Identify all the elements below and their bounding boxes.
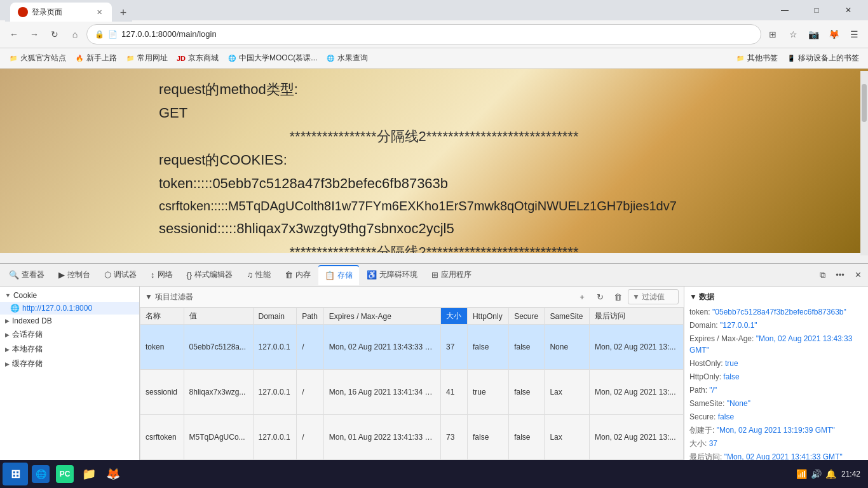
divider2: ****************分隔线2********************…	[159, 241, 709, 253]
indexeddb-header[interactable]: ▶ Indexed DB	[0, 315, 139, 327]
table-row[interactable]: csrftokenM5TqDAgUCo...127.0.0.1/Mon, 01 …	[140, 415, 684, 460]
bookmark-label: 新手上路	[86, 53, 117, 64]
taskbar-item-firefox[interactable]: 🦊	[102, 463, 125, 485]
devtools-tab-style[interactable]: {} 样式编辑器	[180, 265, 240, 285]
bookmark-other[interactable]: 📁 其他书签	[732, 51, 782, 65]
cookie-origin-label: http://127.0.0.1:8000	[22, 304, 92, 313]
page-scrollbar[interactable]	[860, 71, 868, 255]
bookmark-label: 火狐官方站点	[20, 53, 66, 64]
browser-icon: 🌐	[32, 465, 50, 483]
detail-item: Expires / Max-Age: "Mon, 02 Aug 2021 13:…	[689, 333, 863, 356]
refresh-button[interactable]: ↻	[46, 25, 64, 43]
network-icon: ↕	[151, 270, 155, 280]
bookmark-mooc[interactable]: 🌐 中国大学MOOC(慕课...	[224, 51, 321, 65]
address-bar[interactable]: 🔒 📄 127.0.0.1:8000/main/login	[86, 24, 761, 44]
devtools-tab-inspector[interactable]: 🔍 查看器	[3, 265, 51, 285]
filter-text: 项目过滤器	[155, 292, 193, 302]
details-title: ▼ 数据	[689, 292, 863, 302]
detail-item: SameSite: "None"	[689, 398, 863, 409]
volume-tray-icon: 🔊	[811, 469, 822, 479]
cache-storage-header[interactable]: ▶ 缓存存储	[0, 356, 139, 371]
devtools-dock-button[interactable]: ⧉	[815, 268, 830, 283]
refresh-cookies-button[interactable]: ↻	[592, 289, 607, 304]
delete-all-cookies-button[interactable]: 🗑	[610, 289, 625, 304]
filter-input[interactable]	[196, 292, 572, 301]
session-storage-group: ▶ 会话存储	[0, 327, 139, 342]
console-icon: ▶	[58, 270, 65, 280]
devtools-more-button[interactable]: •••	[832, 268, 848, 283]
bookmark-jd[interactable]: JD 京东商城	[173, 51, 222, 65]
col-secure[interactable]: Secure	[509, 308, 545, 325]
col-size[interactable]: 大小	[441, 308, 468, 325]
screenshot-button[interactable]: 📷	[804, 25, 822, 43]
col-httponly[interactable]: HttpOnly	[467, 308, 508, 325]
maximize-button[interactable]: □	[802, 0, 831, 20]
tab-close-button[interactable]: ✕	[94, 7, 104, 17]
col-expires[interactable]: Expires / Max-Age	[323, 308, 440, 325]
a11y-icon: ♿	[367, 270, 377, 280]
search-input[interactable]	[628, 289, 679, 304]
expand-arrow: ▶	[5, 361, 10, 367]
forward-button[interactable]: →	[25, 25, 43, 43]
indexeddb-group: ▶ Indexed DB	[0, 315, 139, 327]
taskbar-item-browser[interactable]: 🌐	[29, 463, 52, 485]
memory-icon: 🗑	[285, 270, 293, 280]
cookie-origin-item[interactable]: 🌐 http://127.0.0.1:8000	[0, 302, 139, 315]
firefox-account-button[interactable]: 🦊	[825, 25, 843, 43]
close-button[interactable]: ✕	[834, 0, 863, 20]
col-last-accessed[interactable]: 最后访问	[590, 308, 684, 325]
bookmark-button[interactable]: ☆	[784, 25, 802, 43]
start-button[interactable]: ⊞	[3, 463, 28, 485]
tab-favicon	[18, 7, 28, 17]
taskbar-item-explorer[interactable]: 📁	[78, 463, 100, 485]
bookmark-label: 常用网址	[137, 53, 168, 64]
devtools-tab-memory[interactable]: 🗑 内存	[278, 265, 317, 285]
back-button[interactable]: ←	[5, 25, 23, 43]
extensions-button[interactable]: ⊞	[764, 25, 782, 43]
col-path[interactable]: Path	[297, 308, 324, 325]
bookmark-mobile[interactable]: 📱 移动设备上的书签	[783, 51, 863, 65]
scrollbar-thumb[interactable]	[862, 84, 867, 122]
devtools-tab-console[interactable]: ▶ 控制台	[52, 265, 97, 285]
sys-tray: 📶 🔊 🔔	[796, 469, 836, 479]
col-domain[interactable]: Domain	[253, 308, 297, 325]
devtools-tab-accessibility[interactable]: ♿ 无障碍环境	[360, 265, 424, 285]
devtools-tab-performance[interactable]: ♫ 性能	[240, 265, 277, 285]
detail-item: HttpOnly: false	[689, 371, 863, 383]
url-text: 127.0.0.1:8000/main/login	[121, 29, 753, 39]
new-tab-button[interactable]: +	[114, 4, 132, 22]
cookie-group-header[interactable]: ▼ Cookie	[0, 289, 139, 302]
content-line1: request的method类型:	[159, 79, 709, 100]
table-row[interactable]: sessionid8hliqax7x3wzg...127.0.0.1/Mon, …	[140, 370, 684, 415]
devtools-tab-storage[interactable]: 📋 存储	[318, 265, 359, 285]
add-cookie-button[interactable]: +	[574, 289, 590, 304]
expand-arrow: ▶	[5, 332, 10, 338]
bookmark-icon: 🌐	[326, 54, 335, 63]
devtools-panel: 🔍 查看器 ▶ 控制台 ⬡ 调试器 ↕ 网络 {} 样式编辑器 ♫ 性能 🗑 内…	[0, 263, 868, 460]
detail-item: Path: "/"	[689, 384, 863, 396]
browser-tab[interactable]: 登录页面 ✕	[10, 3, 112, 22]
taskbar-item-pycharm[interactable]: PC	[53, 463, 76, 485]
col-value[interactable]: 值	[184, 308, 253, 325]
devtools-tabbar: 🔍 查看器 ▶ 控制台 ⬡ 调试器 ↕ 网络 {} 样式编辑器 ♫ 性能 🗑 内…	[0, 264, 868, 287]
bookmark-newbie[interactable]: 🔥 新手上路	[71, 51, 121, 65]
devtools-tab-network[interactable]: ↕ 网络	[144, 265, 179, 285]
col-name[interactable]: 名称	[140, 308, 184, 325]
cache-storage-group: ▶ 缓存存储	[0, 356, 139, 371]
bookmark-fruit[interactable]: 🌐 水果查询	[322, 51, 372, 65]
table-row[interactable]: token05ebb7c5128a...127.0.0.1/Mon, 02 Au…	[140, 325, 684, 370]
col-samesite[interactable]: SameSite	[545, 308, 590, 325]
home-button[interactable]: ⌂	[66, 25, 84, 43]
bookmark-firefox[interactable]: 📁 火狐官方站点	[5, 51, 70, 65]
minimize-button[interactable]: —	[770, 0, 799, 20]
devtools-tab-label: 性能	[255, 269, 271, 280]
menu-button[interactable]: ☰	[845, 25, 863, 43]
windows-icon: ⊞	[11, 467, 20, 481]
devtools-tab-debugger[interactable]: ⬡ 调试器	[98, 265, 143, 285]
devtools-close-button[interactable]: ✕	[850, 268, 865, 283]
devtools-tab-app[interactable]: ⊞ 应用程序	[425, 265, 478, 285]
session-storage-header[interactable]: ▶ 会话存储	[0, 327, 139, 342]
bookmark-common[interactable]: 📁 常用网址	[122, 51, 172, 65]
local-storage-header[interactable]: ▶ 本地存储	[0, 342, 139, 356]
bookmarks-bar: 📁 火狐官方站点 🔥 新手上路 📁 常用网址 JD 京东商城 🌐 中国大学MOO…	[0, 48, 868, 69]
